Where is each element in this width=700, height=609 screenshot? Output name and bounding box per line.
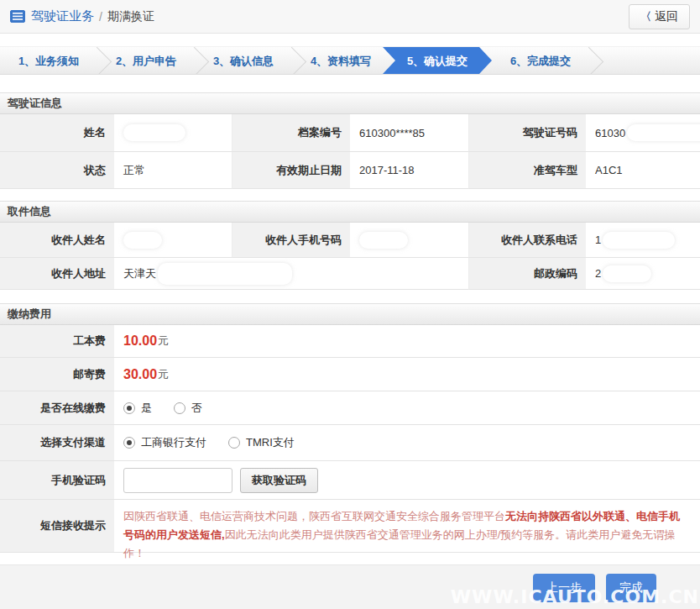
recipient-phone-value: 1 xyxy=(586,223,700,258)
file-no-value: 610300****85 xyxy=(350,114,469,152)
radio-checked-icon[interactable] xyxy=(123,437,135,449)
radio-unchecked-icon[interactable] xyxy=(174,402,185,414)
radio-checked-icon[interactable] xyxy=(123,402,135,414)
back-button[interactable]: 〈 返回 xyxy=(629,4,690,29)
breadcrumb-separator: / xyxy=(99,10,102,24)
status-label: 状态 xyxy=(0,152,114,189)
step-4: 4、资料填写 xyxy=(292,47,389,74)
license-section-title: 驾驶证信息 xyxy=(0,92,700,114)
online-pay-yes-label: 是 xyxy=(141,401,152,416)
license-info-section: 驾驶证信息 姓名 档案编号 610300****85 驾驶证号码 61030 状… xyxy=(0,92,700,189)
work-fee-label: 工本费 xyxy=(0,325,114,358)
step-wizard: 1、业务须知 2、用户申告 3、确认信息 4、资料填写 5、确认提交 6、完成提… xyxy=(0,46,700,75)
sms-code-input[interactable] xyxy=(123,468,232,493)
step-3: 3、确认信息 xyxy=(195,47,292,74)
online-pay-no-option[interactable]: 否 xyxy=(174,401,202,416)
file-no-label: 档案编号 xyxy=(232,114,350,152)
online-pay-options: 是 否 xyxy=(114,391,700,425)
sms-notice-text: 因陕西省联通、电信运营商技术问题，陕西省互联网交通安全综合服务管理平台无法向持陕… xyxy=(114,500,700,568)
address-label: 收件人地址 xyxy=(0,258,114,290)
channel-icbc-label: 工商银行支付 xyxy=(141,435,206,450)
recipient-name-value xyxy=(114,223,232,258)
previous-step-button[interactable]: 上一步 xyxy=(533,574,595,602)
top-bar: 驾驶证业务 / 期满换证 〈 返回 xyxy=(0,0,700,34)
step-6: 6、完成提交 xyxy=(492,47,589,74)
expiry-label: 有效期止日期 xyxy=(232,152,350,189)
license-no-label: 驾驶证号码 xyxy=(469,114,586,152)
page-title: 驾驶证业务 xyxy=(31,8,94,24)
get-sms-code-button[interactable]: 获取验证码 xyxy=(240,468,318,493)
masked-license-no xyxy=(627,124,700,141)
masked-recipient-name xyxy=(123,232,162,249)
name-value xyxy=(114,114,232,152)
fees-section: 缴纳费用 工本费 10.00 元 邮寄费 30.00 元 是否在线缴费 是 xyxy=(0,303,700,553)
fees-section-title: 缴纳费用 xyxy=(0,303,700,325)
channel-icbc-option[interactable]: 工商银行支付 xyxy=(123,435,206,450)
finish-button[interactable]: 完成 xyxy=(606,574,656,602)
sms-notice-cell: 因陕西省联通、电信运营商技术问题，陕西省互联网交通安全综合服务管理平台无法向持陕… xyxy=(114,500,700,553)
work-fee-amount: 10.00 xyxy=(123,333,157,349)
list-icon xyxy=(10,10,25,23)
masked-recipient-mobile xyxy=(359,232,408,249)
pay-channel-label: 选择支付渠道 xyxy=(0,425,114,461)
chevron-left-icon: 〈 xyxy=(640,9,651,24)
license-no-value: 61030 xyxy=(586,114,700,152)
sms-code-row: 获取验证码 xyxy=(114,461,700,500)
step-5-active: 5、确认提交 xyxy=(383,47,492,74)
post-fee-unit: 元 xyxy=(158,367,169,382)
sms-notice-label: 短信接收提示 xyxy=(0,500,114,553)
channel-tmri-option[interactable]: TMRI支付 xyxy=(228,435,295,450)
masked-recipient-phone xyxy=(603,232,675,249)
back-button-label: 返回 xyxy=(655,9,678,24)
online-pay-label: 是否在线缴费 xyxy=(0,391,114,425)
pickup-section-title: 取件信息 xyxy=(0,201,700,223)
online-pay-yes-option[interactable]: 是 xyxy=(123,401,152,416)
post-fee-amount: 30.00 xyxy=(123,367,157,382)
masked-address xyxy=(158,263,292,285)
sms-code-label: 手机验证码 xyxy=(0,461,114,500)
footer-bar: 上一步 完成 xyxy=(0,564,700,609)
channel-tmri-label: TMRI支付 xyxy=(246,435,295,450)
pickup-info-section: 取件信息 收件人姓名 收件人手机号码 收件人联系电话 1 收件人地址 天津天 邮… xyxy=(0,201,700,290)
postcode-label: 邮政编码 xyxy=(469,258,586,290)
vehicle-class-value: A1C1 xyxy=(586,152,700,189)
status-value: 正常 xyxy=(114,152,232,189)
page: 驾驶证业务 / 期满换证 〈 返回 1、业务须知 2、用户申告 3、确认信息 4… xyxy=(0,0,700,609)
masked-name xyxy=(123,124,185,141)
pickup-table: 收件人姓名 收件人手机号码 收件人联系电话 1 收件人地址 天津天 邮政编码 2 xyxy=(0,223,700,290)
post-fee-value: 30.00 元 xyxy=(114,358,700,391)
recipient-mobile-value xyxy=(350,223,469,258)
recipient-mobile-label: 收件人手机号码 xyxy=(232,223,350,258)
address-value: 天津天 xyxy=(114,258,469,290)
breadcrumb-current: 期满换证 xyxy=(107,9,154,24)
recipient-name-label: 收件人姓名 xyxy=(0,223,114,258)
expiry-value: 2017-11-18 xyxy=(350,152,469,189)
work-fee-unit: 元 xyxy=(158,333,169,349)
work-fee-value: 10.00 元 xyxy=(114,325,700,358)
name-label: 姓名 xyxy=(0,114,114,152)
online-pay-no-label: 否 xyxy=(191,401,202,416)
license-table: 姓名 档案编号 610300****85 驾驶证号码 61030 状态 正常 有… xyxy=(0,114,700,189)
fees-table: 工本费 10.00 元 邮寄费 30.00 元 是否在线缴费 是 否 xyxy=(0,325,700,553)
step-2: 2、用户申告 xyxy=(97,47,195,74)
post-fee-label: 邮寄费 xyxy=(0,358,114,391)
step-1: 1、业务须知 xyxy=(0,47,97,74)
masked-postcode xyxy=(603,265,651,282)
recipient-phone-label: 收件人联系电话 xyxy=(469,223,586,258)
postcode-value: 2 xyxy=(586,258,700,290)
vehicle-class-label: 准驾车型 xyxy=(469,152,586,189)
pay-channel-options: 工商银行支付 TMRI支付 xyxy=(114,425,700,461)
radio-unchecked-icon[interactable] xyxy=(228,437,240,449)
